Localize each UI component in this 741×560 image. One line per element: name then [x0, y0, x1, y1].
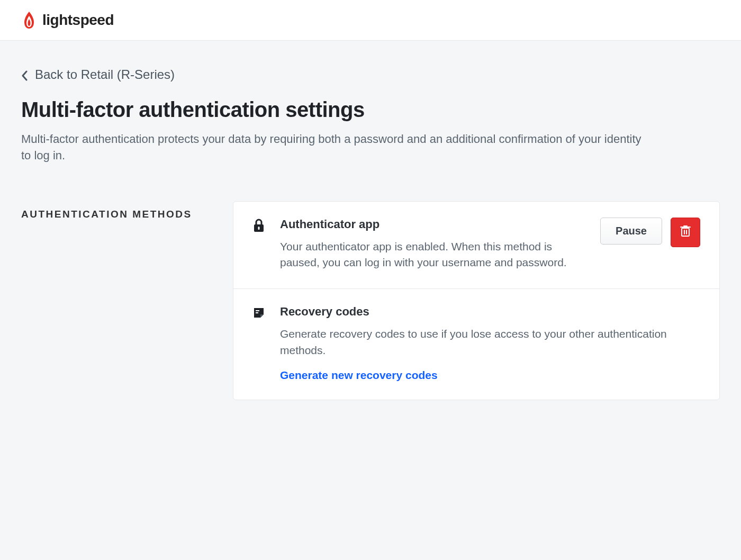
trash-icon	[680, 224, 691, 240]
back-link-label: Back to Retail (R-Series)	[35, 67, 175, 82]
svg-rect-3	[256, 310, 259, 311]
pause-button[interactable]: Pause	[600, 218, 662, 245]
method-authenticator-title: Authenticator app	[280, 218, 588, 231]
section-heading: Authentication methods	[21, 201, 212, 401]
svg-rect-1	[258, 227, 260, 230]
method-authenticator: Authenticator app Your authenticator app…	[233, 202, 719, 289]
chevron-left-icon	[21, 69, 28, 80]
method-authenticator-body: Authenticator app Your authenticator app…	[280, 218, 588, 271]
brand-logo[interactable]: lightspeed	[21, 11, 720, 30]
top-header: lightspeed	[0, 0, 741, 41]
method-recovery-description: Generate recovery codes to use if you lo…	[280, 326, 700, 358]
page-content: Back to Retail (R-Series) Multi-factor a…	[0, 41, 741, 432]
method-recovery: Recovery codes Generate recovery codes t…	[233, 288, 719, 400]
brand-name: lightspeed	[42, 12, 114, 29]
settings-layout: Authentication methods Authenticator app…	[21, 201, 720, 401]
generate-recovery-codes-link[interactable]: Generate new recovery codes	[280, 369, 438, 382]
page-description: Multi-factor authentication protects you…	[21, 131, 646, 164]
svg-rect-2	[682, 228, 689, 236]
delete-button[interactable]	[671, 218, 700, 247]
note-icon	[252, 305, 267, 382]
method-recovery-title: Recovery codes	[280, 305, 700, 319]
page-title: Multi-factor authentication settings	[21, 98, 720, 122]
method-recovery-body: Recovery codes Generate recovery codes t…	[280, 305, 700, 382]
method-authenticator-description: Your authenticator app is enabled. When …	[280, 239, 588, 271]
svg-rect-4	[256, 312, 258, 313]
methods-card-group: Authenticator app Your authenticator app…	[233, 201, 720, 401]
back-link[interactable]: Back to Retail (R-Series)	[21, 67, 175, 82]
flame-icon	[21, 11, 37, 30]
lock-icon	[252, 218, 267, 271]
method-authenticator-actions: Pause	[600, 218, 700, 271]
